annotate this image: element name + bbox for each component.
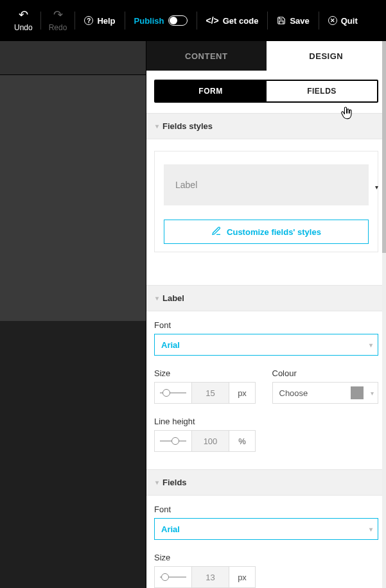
help-icon: ?: [84, 16, 93, 25]
label-colour-select[interactable]: Choose ▾: [272, 382, 379, 404]
size-label: Size: [154, 553, 378, 562]
font-label: Font: [154, 505, 378, 514]
top-toolbar: ↶ Undo ↷ Redo ? Help Publish </> Get cod…: [0, 0, 386, 41]
fields-size-slider[interactable]: [154, 566, 191, 588]
tab-content[interactable]: CONTENT: [146, 41, 267, 71]
label-lineheight-unit: %: [229, 430, 256, 452]
section-fields-label: Fields: [162, 478, 187, 487]
get-code-button[interactable]: </> Get code: [197, 0, 268, 41]
save-label: Save: [290, 16, 309, 26]
tab-design[interactable]: DESIGN: [267, 41, 387, 71]
section-fields-styles[interactable]: ▾ Fields styles: [146, 113, 386, 139]
colour-label: Colour: [272, 368, 379, 378]
get-code-label: Get code: [223, 16, 259, 26]
label-size-slider[interactable]: [154, 382, 191, 404]
chevron-down-icon[interactable]: ▾: [373, 184, 380, 191]
subtab-fields-label: FIELDS: [307, 87, 337, 96]
spacer: [146, 263, 386, 285]
subtabs: FORM FIELDS: [154, 80, 378, 103]
customize-label: Customize fields' styles: [227, 227, 321, 237]
canvas-area: [0, 41, 146, 588]
save-button[interactable]: Save: [268, 0, 318, 41]
label-preview-box: Label: [164, 164, 369, 205]
canvas-top-band: [0, 41, 146, 75]
caret-down-icon: ▾: [371, 390, 374, 397]
quit-button[interactable]: ✕ Quit: [319, 0, 367, 41]
caret-down-icon: ▾: [155, 479, 159, 486]
caret-down-icon: ▾: [369, 526, 373, 533]
colour-swatch: [351, 386, 364, 399]
tab-design-label: DESIGN: [309, 51, 343, 61]
colour-value: Choose: [279, 388, 308, 398]
label-size-colour-row: Size 15 px Colour Choose ▾: [146, 359, 386, 408]
font-label: Font: [154, 320, 378, 330]
subtabs-container: FORM FIELDS: [146, 71, 386, 113]
tab-content-label: CONTENT: [185, 51, 227, 61]
quit-label: Quit: [341, 16, 358, 26]
canvas-mid-band: [0, 75, 146, 321]
subtab-form[interactable]: FORM: [155, 81, 267, 101]
label-font-value: Arial: [161, 340, 180, 350]
redo-label: Redo: [49, 23, 67, 32]
caret-down-icon: ▾: [369, 342, 373, 349]
fields-font-block: Font Arial ▾: [146, 496, 386, 544]
publish-label: Publish: [134, 16, 164, 26]
section-fields-styles-label: Fields styles: [162, 121, 213, 131]
label-size-unit: px: [229, 382, 256, 404]
redo-button[interactable]: ↷ Redo: [41, 0, 75, 41]
fields-size-control: 13 px: [154, 566, 257, 588]
label-lineheight-value[interactable]: 100: [191, 430, 229, 452]
undo-label: Undo: [14, 23, 33, 32]
label-lineheight-control: 100 %: [154, 430, 257, 452]
label-lineheight-slider[interactable]: [154, 430, 191, 452]
save-icon: [277, 16, 286, 25]
help-button[interactable]: ? Help: [75, 0, 124, 41]
undo-button[interactable]: ↶ Undo: [6, 0, 40, 41]
code-icon: </>: [206, 15, 219, 26]
design-panel: CONTENT DESIGN FORM FIELDS ▾ Fields styl…: [146, 41, 386, 588]
customize-fields-styles-button[interactable]: Customize fields' styles: [164, 220, 369, 244]
publish-button[interactable]: Publish: [125, 0, 197, 41]
fields-size-value[interactable]: 13: [191, 566, 229, 588]
pencil-icon: [211, 226, 222, 238]
label-font-select[interactable]: Arial ▾: [154, 334, 378, 356]
label-preview-text: Label: [175, 180, 197, 190]
fields-styles-box: ▾ Label Customize fields' styles: [154, 151, 378, 252]
size-label: Size: [154, 368, 261, 378]
lineheight-label: Line height: [154, 417, 378, 426]
publish-toggle[interactable]: [168, 15, 188, 26]
section-label-label: Label: [162, 293, 184, 303]
help-label: Help: [97, 16, 115, 26]
subtab-fields[interactable]: FIELDS: [267, 81, 377, 101]
fields-size-unit: px: [229, 566, 256, 588]
redo-icon: ↷: [53, 9, 63, 21]
section-fields[interactable]: ▾ Fields: [146, 469, 386, 496]
label-size-control: 15 px: [154, 382, 261, 404]
fields-font-value: Arial: [161, 524, 180, 534]
scrollbar-thumb[interactable]: [382, 41, 386, 253]
main-area: CONTENT DESIGN FORM FIELDS ▾ Fields styl…: [0, 41, 386, 588]
fields-font-select[interactable]: Arial ▾: [154, 518, 378, 540]
panel-tabs: CONTENT DESIGN: [146, 41, 386, 71]
spacer: [146, 456, 386, 469]
section-label[interactable]: ▾ Label: [146, 285, 386, 311]
fields-size-block: Size 13 px: [146, 544, 386, 588]
label-font-block: Font Arial ▾: [146, 311, 386, 359]
quit-icon: ✕: [328, 16, 337, 25]
label-size-value[interactable]: 15: [191, 382, 229, 404]
undo-icon: ↶: [19, 9, 28, 21]
vertical-scrollbar[interactable]: [382, 41, 386, 588]
caret-down-icon: ▾: [155, 123, 159, 130]
caret-down-icon: ▾: [155, 295, 159, 302]
subtab-form-label: FORM: [198, 87, 222, 96]
label-lineheight-block: Line height 100 %: [146, 408, 386, 456]
